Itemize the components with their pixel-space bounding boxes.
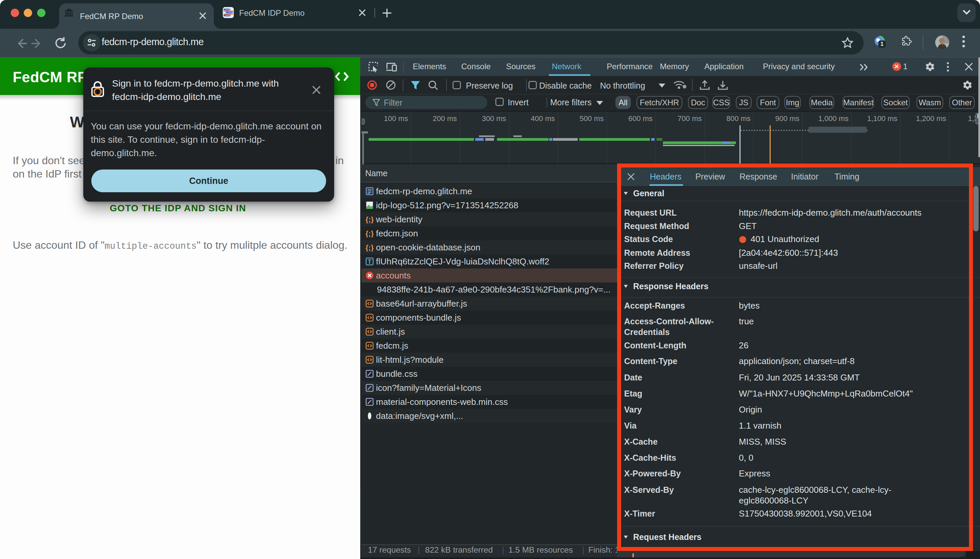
svg-text:{;}: {;} [366,229,374,237]
svg-text:T: T [368,258,372,265]
svg-text:{;}: {;} [366,215,374,223]
svg-text:{;}: {;} [366,243,374,251]
